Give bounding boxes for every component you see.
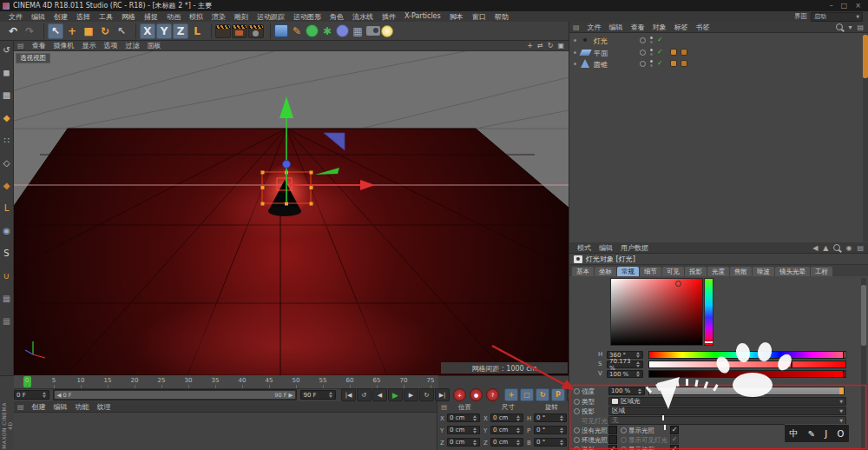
menu-item-文件[interactable]: 文件 — [9, 12, 23, 22]
menu-item-网格[interactable]: 网格 — [122, 12, 135, 22]
light-type-dropdown[interactable]: 区域光▼ — [608, 397, 846, 406]
key-parameter-toggle[interactable]: P — [551, 388, 565, 401]
render-visibility-dot[interactable] — [650, 64, 653, 67]
material-menu-grid-icon[interactable]: ▤ — [17, 403, 24, 411]
menu-item-流水线[interactable]: 流水线 — [352, 12, 373, 22]
menu-item-插件[interactable]: 插件 — [382, 12, 396, 22]
ime-item-O[interactable]: O — [838, 429, 845, 439]
coords-grid-icon[interactable]: ▤ — [441, 403, 447, 411]
viewport-menu-显示[interactable]: 显示 — [82, 41, 96, 50]
menu-item-工具[interactable]: 工具 — [99, 12, 113, 22]
phong-tag-icon[interactable] — [681, 49, 687, 56]
polygons-mode-icon[interactable]: ◆ — [0, 179, 13, 192]
hsv-field[interactable]: 70.173 % — [607, 361, 643, 368]
camera-icon[interactable] — [366, 26, 380, 36]
hsv-slider-H[interactable] — [648, 351, 846, 359]
sv-cursor[interactable] — [675, 281, 681, 287]
workplane-mode-icon[interactable]: L — [0, 202, 13, 215]
checkbox-显示可见灯光[interactable]: ✓ — [670, 435, 679, 444]
shadow-dropdown[interactable]: 区域▼ — [608, 407, 846, 415]
tab-镜头光晕[interactable]: 镜头光晕 — [775, 267, 810, 276]
tab-细节[interactable]: 细节 — [640, 267, 661, 276]
redo-icon[interactable]: ↷ — [22, 23, 37, 39]
coord-spinner[interactable] — [472, 440, 477, 446]
gizmo-z-handle[interactable] — [283, 161, 291, 169]
modeling-generator-icon[interactable]: ✱ — [319, 23, 335, 39]
spline-pen-icon[interactable]: ✎ — [289, 23, 305, 39]
render-picture-viewer-icon[interactable] — [232, 24, 247, 38]
floor-environment-icon[interactable]: ▦ — [350, 23, 365, 39]
coord-p-field[interactable]: 0 cm — [447, 414, 480, 422]
ime-item-J[interactable]: J — [825, 429, 827, 439]
anim-dot-icon[interactable] — [574, 427, 580, 433]
hsv-spinner[interactable] — [635, 352, 641, 358]
pan-view-icon[interactable]: + — [527, 42, 533, 50]
coord-spinner[interactable] — [472, 427, 477, 433]
keyframe-selection-button[interactable]: ? — [486, 388, 499, 401]
viewport-view-label[interactable]: 透视视图 — [16, 53, 50, 63]
loop-mode-button[interactable]: ↻ — [419, 388, 434, 401]
om-menu-书签[interactable]: 书签 — [696, 23, 710, 32]
tab-焦散[interactable]: 焦散 — [730, 267, 752, 276]
checkbox-显示光照[interactable]: ✓ — [670, 426, 679, 434]
zoom-view-icon[interactable]: ⇄ — [537, 42, 543, 50]
deformer-icon[interactable] — [336, 24, 349, 37]
viewport[interactable]: ▤ 查看摄像机显示选项过滤面板 +⇄↻▣ 透视视图 — [14, 41, 569, 375]
light-tool-icon[interactable] — [381, 25, 393, 37]
phong-tag-icon[interactable] — [681, 60, 687, 67]
am-menu-用户数据[interactable]: 用户数据 — [621, 243, 648, 253]
scale-tool-icon[interactable]: ■ — [81, 23, 96, 39]
workplane-snap-icon[interactable]: ▦ — [0, 314, 13, 328]
object-enabled-check-icon[interactable]: ✓ — [657, 59, 663, 67]
coord-r-field[interactable]: 0 ° — [534, 414, 567, 422]
intensity-slider-knob[interactable] — [839, 387, 844, 394]
anim-dot-icon[interactable] — [574, 447, 580, 450]
filter-icon[interactable]: ▾ — [848, 23, 852, 31]
tab-投影[interactable]: 投影 — [685, 267, 707, 276]
end-frame-spinner[interactable] — [328, 392, 333, 398]
coord-spinner[interactable] — [472, 415, 477, 421]
coord-r-field[interactable]: 0 ° — [534, 438, 567, 447]
coord-spinner[interactable] — [516, 427, 521, 433]
next-frame-button[interactable]: ▶ — [404, 388, 418, 401]
slider-marker[interactable] — [843, 371, 845, 377]
close-button[interactable]: × — [855, 2, 861, 10]
render-visibility-dot[interactable] — [650, 53, 653, 56]
intensity-spinner[interactable] — [637, 388, 642, 394]
menu-item-创建[interactable]: 创建 — [54, 12, 68, 22]
coord-r-field[interactable]: 0 ° — [534, 426, 567, 434]
am-menu-模式[interactable]: 模式 — [577, 243, 591, 253]
layer-list-icon[interactable]: ▤ — [857, 23, 864, 31]
om-grid-icon[interactable]: ▤ — [573, 23, 580, 31]
enable-ring-icon[interactable] — [640, 61, 646, 67]
frame-spinner[interactable] — [42, 392, 47, 398]
material-menu-编辑[interactable]: 编辑 — [54, 402, 68, 412]
search-icon[interactable] — [836, 23, 843, 30]
play-reverse-button[interactable]: ↺ — [357, 388, 372, 401]
hue-marker[interactable] — [704, 341, 713, 344]
toggle-view-icon[interactable]: ▣ — [557, 42, 564, 50]
rotate-view-icon[interactable]: ↻ — [548, 42, 554, 50]
move-tool-icon[interactable]: + — [64, 23, 80, 39]
object-row-灯光[interactable]: 灯光✓ — [569, 35, 856, 46]
menu-item-动画[interactable]: 动画 — [167, 12, 181, 22]
viewport-menu-grid-icon[interactable]: ▤ — [17, 42, 24, 50]
settings-grid-icon[interactable]: ▤ — [857, 244, 864, 252]
om-menu-编辑[interactable]: 编辑 — [609, 23, 623, 32]
current-frame-field[interactable]: 0 F — [14, 390, 49, 400]
end-frame-field[interactable]: 90 F — [300, 390, 336, 400]
am-menu-编辑[interactable]: 编辑 — [599, 243, 613, 253]
ime-item-中[interactable]: 中 — [790, 427, 799, 440]
timeline-ruler[interactable]: 051015202530354045505560657075 — [14, 375, 438, 389]
key-position-toggle[interactable]: + — [504, 388, 518, 401]
anim-dot-icon[interactable] — [574, 437, 580, 443]
intensity-slider[interactable] — [648, 387, 845, 395]
viewport-menu-过滤[interactable]: 过滤 — [126, 41, 140, 50]
lock-x-axis-icon[interactable]: X — [140, 23, 155, 39]
workplane-lock-icon[interactable]: ▦ — [0, 292, 13, 305]
coord-spinner[interactable] — [559, 427, 564, 433]
anim-dot-icon[interactable] — [574, 399, 580, 405]
texture-tag-icon[interactable] — [670, 49, 677, 56]
points-mode-icon[interactable]: ∷ — [0, 134, 13, 147]
texture-mode-icon[interactable]: ▩ — [0, 89, 13, 102]
